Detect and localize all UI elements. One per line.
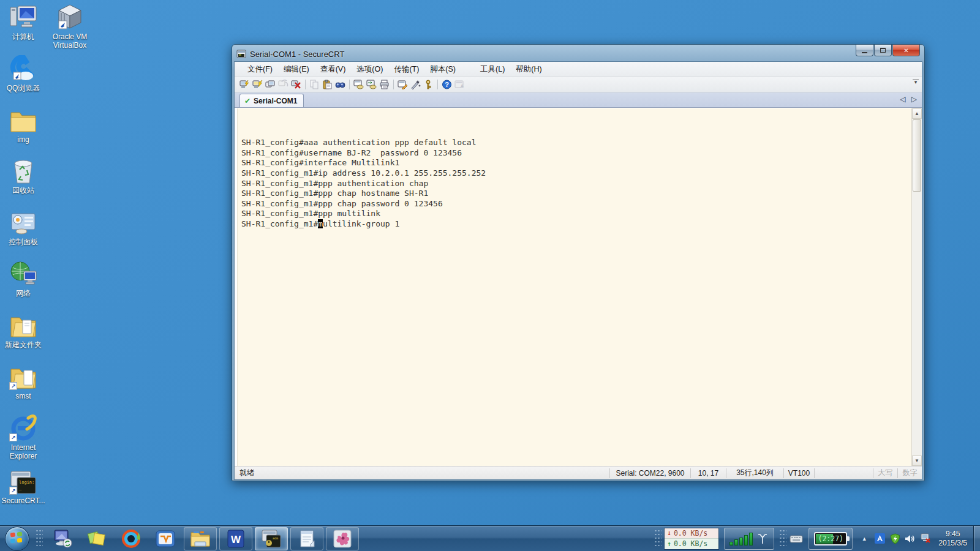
tab-scroll-right-icon[interactable]: ▷ xyxy=(911,95,917,103)
terminal-cursor: m xyxy=(318,219,323,228)
connect-icon[interactable] xyxy=(238,78,251,91)
taskbar-icon-vm-app[interactable] xyxy=(154,527,177,550)
desktop-icon-recycle-bin[interactable]: 回收站 xyxy=(1,156,45,195)
desktop-icon-virtualbox[interactable]: Oracle VM VirtualBox xyxy=(45,2,94,50)
desktop-icon-computer[interactable]: 计算机 xyxy=(1,2,45,41)
desktop-icon-label: 网络 xyxy=(1,289,45,298)
terminal-line: SH-R1_config#username BJ-R2 password 0 1… xyxy=(241,148,908,159)
desktop-icon-label: Oracle VM VirtualBox xyxy=(45,32,94,50)
maximize-button[interactable] xyxy=(874,45,892,56)
taskbar-button-word[interactable]: W xyxy=(219,527,252,550)
quick-connect-icon[interactable] xyxy=(251,78,264,91)
paste-icon[interactable] xyxy=(321,78,334,91)
terminal-line: SH-R1_config_m1#ppp multilink xyxy=(241,209,908,219)
minimize-button[interactable] xyxy=(856,45,873,56)
connect-in-tab-icon[interactable] xyxy=(264,78,277,91)
battery-widget[interactable]: (2:27) xyxy=(809,528,853,550)
desktop-icon-label: smst xyxy=(1,392,45,400)
menu-script[interactable]: 脚本(S) xyxy=(424,62,461,77)
volume-icon[interactable] xyxy=(905,533,916,544)
copy-icon[interactable] xyxy=(308,78,321,91)
input-method-icon[interactable] xyxy=(874,533,885,544)
toolbar-overflow-button[interactable]: ▾ xyxy=(911,80,920,89)
taskbar-button-notepad[interactable] xyxy=(290,527,323,550)
shortcut-arrow-icon: ↗ xyxy=(9,487,17,495)
taskbar-button-explorer[interactable] xyxy=(184,527,217,550)
new-session-window-icon[interactable] xyxy=(352,78,365,91)
status-num-lock: 数字 xyxy=(897,468,922,478)
antenna-icon xyxy=(756,533,769,545)
securecrt-shortcut-icon: login:_ ↗ xyxy=(9,467,38,495)
battery-icon: (2:27) xyxy=(814,532,847,545)
menu-file[interactable]: 文件(F) xyxy=(242,62,278,77)
desktop-icon-securecrt[interactable]: login:_ ↗ SecureCRT... xyxy=(1,467,45,505)
menu-edit[interactable]: 编辑(E) xyxy=(278,62,315,77)
find-icon[interactable] xyxy=(334,78,347,91)
terminal-screen[interactable]: SH-R1_config#aaa authentication ppp defa… xyxy=(238,108,911,466)
desktop-icon-internet-explorer[interactable]: ↗ Internet Explorer xyxy=(1,413,45,460)
qq-browser-icon xyxy=(9,54,38,82)
terminal-line: SH-R1_config#interface Multilink1 xyxy=(241,158,908,168)
reconnect-icon[interactable] xyxy=(277,78,290,91)
network-speed-widget[interactable]: ↓ 0.0 KB/s ↑ 0.0 KB/s xyxy=(664,528,719,550)
menu-bar: 文件(F) 编辑(E) 查看(V) 选项(O) 传输(T) 脚本(S) 工具(L… xyxy=(235,62,922,77)
tab-serial-com1[interactable]: ✔ Serial-COM1 xyxy=(239,94,304,107)
menu-help[interactable]: 帮助(H) xyxy=(510,62,547,77)
taskbar-icon-remote-desktop[interactable] xyxy=(51,527,74,550)
taskbar: W adm ↓ 0.0 KB/s ↑ 0.0 KB/s (2:27) xyxy=(0,525,980,551)
disconnect-icon[interactable] xyxy=(290,78,303,91)
start-button[interactable] xyxy=(5,527,29,551)
scroll-down-icon[interactable]: ▼ xyxy=(912,455,922,466)
desktop-icon-control-panel[interactable]: 控制面板 xyxy=(1,208,45,246)
network-status-error-icon[interactable] xyxy=(920,533,931,544)
menu-view[interactable]: 查看(V) xyxy=(315,62,352,77)
desktop-icon-qq-browser[interactable]: QQ浏览器 xyxy=(1,54,45,92)
terminal-line: SH-R1_config_m1#ppp authentication chap xyxy=(241,179,908,189)
scroll-up-icon[interactable]: ▲ xyxy=(912,108,922,119)
antivirus-shield-icon[interactable] xyxy=(889,533,900,544)
web-help-icon[interactable]: A xyxy=(453,78,466,91)
desktop-icon-new-folder[interactable]: 新建文件夹 xyxy=(1,310,45,349)
folder-icon xyxy=(9,310,38,339)
taskbar-icon-sticky-notes[interactable] xyxy=(85,527,108,550)
session-options-icon[interactable] xyxy=(396,78,409,91)
help-icon[interactable]: ? xyxy=(440,78,453,91)
global-options-icon[interactable] xyxy=(409,78,422,91)
menu-transfer[interactable]: 传输(T) xyxy=(388,62,424,77)
svg-text:adm: adm xyxy=(273,536,278,540)
keyboard-layout-icon[interactable] xyxy=(789,533,804,544)
tab-scroll-left-icon[interactable]: ◁ xyxy=(900,95,906,103)
desktop-icon-img[interactable]: img xyxy=(1,105,45,144)
desktop-icon-label: 新建文件夹 xyxy=(1,340,45,349)
network-icon xyxy=(9,259,38,287)
maximize-icon xyxy=(880,48,886,53)
download-speed: 0.0 KB/s xyxy=(674,529,707,538)
desktop-icon-network[interactable]: 网络 xyxy=(1,259,45,298)
desktop-icon-label: 控制面板 xyxy=(1,238,45,246)
ssh-key-icon[interactable] xyxy=(422,78,435,91)
window-titlebar[interactable]: Serial-COM1 - SecureCRT ✕ xyxy=(234,47,922,61)
svg-text:login:: login: xyxy=(19,480,34,485)
close-button[interactable]: ✕ xyxy=(892,45,920,56)
tab-bar: ✔ Serial-COM1 ◁ ▷ xyxy=(235,92,922,108)
taskbar-button-flower-app[interactable] xyxy=(326,527,359,550)
print-icon[interactable] xyxy=(378,78,391,91)
desktop-icon-label: SecureCRT... xyxy=(1,497,45,505)
status-cursor-position: 10, 17 xyxy=(690,468,726,478)
clone-session-icon[interactable] xyxy=(365,78,378,91)
signal-strength-widget[interactable] xyxy=(724,528,774,550)
scrollbar-thumb[interactable] xyxy=(913,119,921,192)
menu-options[interactable]: 选项(O) xyxy=(351,62,388,77)
menu-tools[interactable]: 工具(L) xyxy=(475,62,510,77)
show-desktop-button[interactable] xyxy=(973,526,980,551)
svg-text:W: W xyxy=(231,534,241,545)
taskbar-icon-media-app[interactable] xyxy=(119,527,143,550)
window-title: Serial-COM1 - SecureCRT xyxy=(250,50,344,59)
taskbar-button-securecrt[interactable]: adm xyxy=(255,527,288,550)
show-hidden-icons-button[interactable]: ▲ xyxy=(859,533,870,544)
desktop-icon-smst[interactable]: ↗ smst xyxy=(1,362,45,400)
vertical-scrollbar[interactable]: ▲ ▼ xyxy=(911,108,922,466)
desktop: { "desktop": { "icons": [ { "label": "计算… xyxy=(0,0,980,551)
tray-clock[interactable]: 9:45 2015/3/5 xyxy=(938,530,967,548)
control-panel-icon xyxy=(9,208,38,236)
